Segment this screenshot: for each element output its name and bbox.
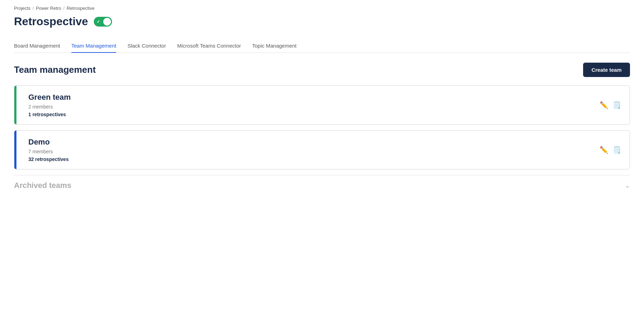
green-team-members: 2 members: [28, 104, 600, 110]
chevron-down-icon: ⌄: [625, 182, 630, 189]
green-team-edit-icon[interactable]: ✏️: [600, 101, 608, 109]
team-card-demo: Demo 7 members 32 retrospectives ✏️ 🗒️: [14, 130, 630, 169]
demo-team-edit-icon[interactable]: ✏️: [600, 146, 608, 154]
tab-team-management[interactable]: Team Management: [71, 39, 116, 53]
toggle-checkmark: ✓: [97, 19, 100, 24]
team-card-green: Green team 2 members 1 retrospectives ✏️…: [14, 85, 630, 125]
tab-board-management[interactable]: Board Management: [14, 39, 60, 53]
breadcrumb-retrospective[interactable]: Retrospective: [66, 6, 94, 11]
tab-slack-connector[interactable]: Slack Connector: [127, 39, 166, 53]
content-header: Team management Create team: [14, 63, 630, 77]
green-team-content: Green team 2 members 1 retrospectives: [28, 93, 600, 117]
archived-title: Archived teams: [14, 181, 71, 190]
demo-team-actions: ✏️ 🗒️: [600, 146, 621, 154]
breadcrumb-sep-2: /: [63, 6, 65, 11]
green-team-actions: ✏️ 🗒️: [600, 101, 621, 109]
toggle-slider: ✓: [94, 17, 112, 27]
demo-team-content: Demo 7 members 32 retrospectives: [28, 138, 600, 162]
archived-header[interactable]: Archived teams ⌄: [14, 175, 630, 196]
tabs-container: Board Management Team Management Slack C…: [14, 39, 630, 53]
demo-team-members: 7 members: [28, 149, 600, 154]
tabs: Board Management Team Management Slack C…: [14, 39, 630, 52]
demo-team-border: [14, 131, 16, 169]
page-title: Retrospective: [14, 15, 88, 28]
green-team-border: [14, 86, 16, 124]
active-toggle[interactable]: ✓: [94, 17, 112, 27]
tab-microsoft-teams-connector[interactable]: Microsoft Teams Connector: [177, 39, 241, 53]
green-team-list-icon[interactable]: 🗒️: [612, 101, 621, 109]
demo-team-list-icon[interactable]: 🗒️: [612, 146, 621, 154]
demo-team-name: Demo: [28, 138, 600, 147]
demo-team-retros: 32 retrospectives: [28, 156, 600, 162]
create-team-button[interactable]: Create team: [583, 63, 630, 77]
breadcrumb: Projects / Power Retro / Retrospective: [14, 6, 630, 11]
green-team-retros: 1 retrospectives: [28, 112, 600, 117]
breadcrumb-sep-1: /: [33, 6, 34, 11]
breadcrumb-power-retro[interactable]: Power Retro: [36, 6, 61, 11]
section-title: Team management: [14, 64, 96, 75]
green-team-name: Green team: [28, 93, 600, 102]
tab-topic-management[interactable]: Topic Management: [252, 39, 297, 53]
breadcrumb-projects[interactable]: Projects: [14, 6, 30, 11]
teams-list: Green team 2 members 1 retrospectives ✏️…: [14, 85, 630, 169]
archived-section: Archived teams ⌄: [14, 175, 630, 196]
page-container: Projects / Power Retro / Retrospective R…: [0, 0, 644, 210]
page-header: Retrospective ✓: [14, 15, 630, 28]
